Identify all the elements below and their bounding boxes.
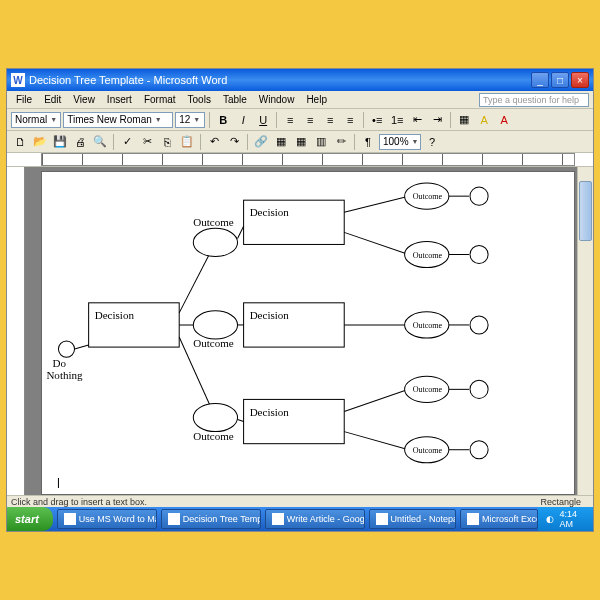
svg-text:Decision: Decision (250, 206, 290, 218)
bold-button[interactable]: B (214, 111, 232, 129)
columns-button[interactable]: ▥ (312, 133, 330, 151)
status-shape: Rectangle (532, 497, 589, 507)
undo-button[interactable]: ↶ (205, 133, 223, 151)
svg-text:Decision: Decision (250, 309, 290, 321)
print-preview-button[interactable]: 🔍 (91, 133, 109, 151)
menu-tools[interactable]: Tools (183, 93, 216, 106)
window-title: Decision Tree Template - Microsoft Word (29, 74, 531, 86)
word-app-icon: W (11, 73, 25, 87)
scroll-thumb[interactable] (579, 181, 592, 241)
open-button[interactable]: 📂 (31, 133, 49, 151)
insert-table-button[interactable]: ▦ (292, 133, 310, 151)
style-select[interactable]: Normal▼ (11, 112, 61, 128)
taskbar-item[interactable]: Use MS Word to Mak... (57, 509, 157, 529)
taskbar-item[interactable]: Write Article - Googl... (265, 509, 365, 529)
status-hint: Click and drag to insert a text box. (11, 497, 532, 507)
tables-button[interactable]: ▦ (272, 133, 290, 151)
maximize-button[interactable]: □ (551, 72, 569, 88)
zoom-select[interactable]: 100%▼ (379, 134, 421, 150)
svg-text:Decision: Decision (250, 406, 290, 418)
svg-line-0 (75, 345, 89, 349)
cut-button[interactable]: ✂ (138, 133, 156, 151)
app-icon (376, 513, 388, 525)
menu-format[interactable]: Format (139, 93, 181, 106)
justify-button[interactable]: ≡ (341, 111, 359, 129)
terminal-node (58, 341, 74, 357)
svg-line-15 (344, 232, 408, 254)
document-area: Decision Do Nothing Outcome Outcome Outc… (7, 167, 593, 495)
close-button[interactable]: × (571, 72, 589, 88)
svg-line-14 (344, 196, 408, 212)
taskbar-item[interactable]: Decision Tree Templ... (161, 509, 261, 529)
windows-taskbar: start Use MS Word to Mak... Decision Tre… (7, 507, 593, 531)
app-icon (168, 513, 180, 525)
svg-text:Outcome: Outcome (413, 446, 443, 455)
underline-button[interactable]: U (254, 111, 272, 129)
menu-view[interactable]: View (68, 93, 100, 106)
system-tray[interactable]: ◐ 4:14 AM (538, 507, 593, 531)
font-size-select[interactable]: 12▼ (175, 112, 205, 128)
help-search-input[interactable]: Type a question for help (479, 93, 589, 107)
do-nothing-label: Do (52, 357, 66, 369)
decision-tree-diagram: Decision Do Nothing Outcome Outcome Outc… (42, 172, 574, 494)
title-bar: W Decision Tree Template - Microsoft Wor… (7, 69, 593, 91)
tray-icon[interactable]: ◐ (546, 514, 554, 524)
outcome-node (193, 228, 237, 256)
italic-button[interactable]: I (234, 111, 252, 129)
decision-label: Decision (95, 309, 135, 321)
horizontal-ruler[interactable] (7, 153, 593, 167)
start-button[interactable]: start (7, 507, 53, 531)
highlight-button[interactable]: A (475, 111, 493, 129)
taskbar-item[interactable]: Microsoft Excel (460, 509, 538, 529)
svg-text:Outcome: Outcome (193, 430, 234, 442)
align-center-button[interactable]: ≡ (301, 111, 319, 129)
font-select[interactable]: Times New Roman▼ (63, 112, 173, 128)
app-icon (467, 513, 479, 525)
minimize-button[interactable]: _ (531, 72, 549, 88)
app-window: W Decision Tree Template - Microsoft Wor… (6, 68, 594, 532)
copy-button[interactable]: ⎘ (158, 133, 176, 151)
show-paragraph-button[interactable]: ¶ (359, 133, 377, 151)
svg-line-23 (344, 389, 408, 411)
vertical-ruler[interactable] (7, 167, 25, 495)
svg-text:Nothing: Nothing (46, 369, 83, 381)
align-right-button[interactable]: ≡ (321, 111, 339, 129)
borders-button[interactable]: ▦ (455, 111, 473, 129)
svg-text:Outcome: Outcome (413, 192, 443, 201)
paste-button[interactable]: 📋 (178, 133, 196, 151)
menu-window[interactable]: Window (254, 93, 300, 106)
svg-text:Outcome: Outcome (193, 216, 234, 228)
menu-table[interactable]: Table (218, 93, 252, 106)
formatting-toolbar: Normal▼ Times New Roman▼ 12▼ B I U ≡ ≡ ≡… (7, 109, 593, 131)
tray-clock: 4:14 AM (560, 509, 585, 529)
menu-file[interactable]: File (11, 93, 37, 106)
save-button[interactable]: 💾 (51, 133, 69, 151)
menu-help[interactable]: Help (301, 93, 332, 106)
taskbar-item[interactable]: Untitled - Notepad (369, 509, 456, 529)
svg-text:Outcome: Outcome (193, 337, 234, 349)
redo-button[interactable]: ↷ (225, 133, 243, 151)
document-page[interactable]: Decision Do Nothing Outcome Outcome Outc… (41, 171, 575, 495)
help-button[interactable]: ? (423, 133, 441, 151)
bullets-button[interactable]: •≡ (368, 111, 386, 129)
align-left-button[interactable]: ≡ (281, 111, 299, 129)
menu-insert[interactable]: Insert (102, 93, 137, 106)
terminal-node (470, 380, 488, 398)
increase-indent-button[interactable]: ⇥ (428, 111, 446, 129)
print-button[interactable]: 🖨 (71, 133, 89, 151)
menu-edit[interactable]: Edit (39, 93, 66, 106)
font-color-button[interactable]: A (495, 111, 513, 129)
decrease-indent-button[interactable]: ⇤ (408, 111, 426, 129)
svg-line-13 (238, 420, 244, 422)
vertical-scrollbar[interactable] (577, 167, 593, 495)
new-doc-button[interactable]: 🗋 (11, 133, 29, 151)
drawing-button[interactable]: ✏ (332, 133, 350, 151)
spellcheck-button[interactable]: ✓ (118, 133, 136, 151)
standard-toolbar: 🗋 📂 💾 🖨 🔍 ✓ ✂ ⎘ 📋 ↶ ↷ 🔗 ▦ ▦ ▥ ✏ ¶ 100%▼ … (7, 131, 593, 153)
app-icon (64, 513, 76, 525)
terminal-node (470, 441, 488, 459)
svg-text:Outcome: Outcome (413, 321, 443, 330)
hyperlink-button[interactable]: 🔗 (252, 133, 270, 151)
terminal-node (470, 316, 488, 334)
numbering-button[interactable]: 1≡ (388, 111, 406, 129)
